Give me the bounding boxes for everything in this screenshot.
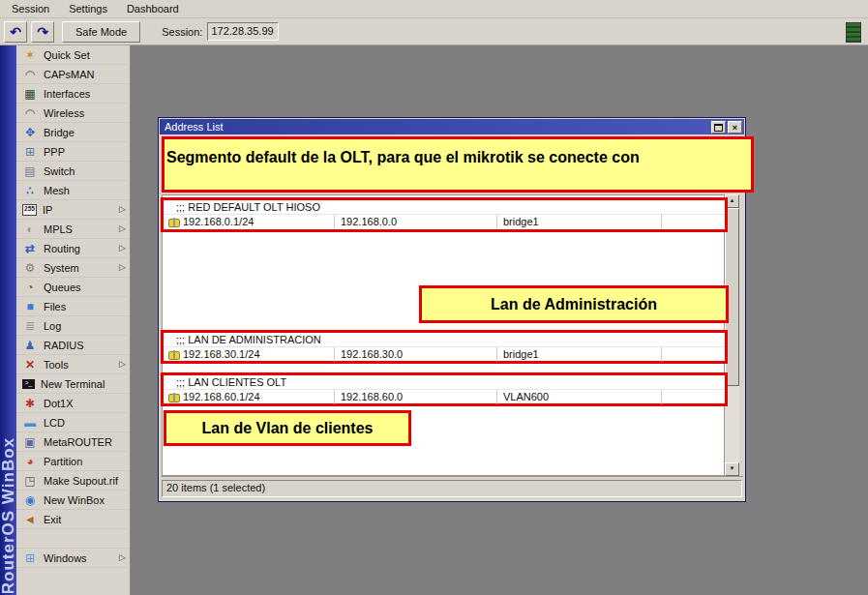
session-label: Session:: [162, 26, 202, 38]
wireless-icon: [22, 106, 38, 120]
address-flag-icon: [168, 351, 180, 360]
undo-icon[interactable]: [4, 21, 27, 43]
windows-icon: [22, 551, 38, 565]
metarouter-icon: [22, 435, 38, 449]
annotation-callout-olt-default: Segmento default de la OLT, para que el …: [162, 136, 754, 193]
log-icon: [22, 319, 38, 333]
sidebar-item-label: CAPsMAN: [44, 69, 95, 80]
sidebar-item-ip[interactable]: IP: [16, 200, 130, 220]
sidebar-item-make-supout-rif[interactable]: Make Supout.rif: [16, 471, 130, 491]
files-icon: [22, 300, 38, 313]
address-list-window: Address List ;;; RED DEFAULT OLT HIOSO 1…: [158, 117, 746, 502]
redo-icon[interactable]: [31, 21, 54, 43]
make-supout-icon: [22, 474, 38, 488]
sidebar-item-mesh[interactable]: Mesh: [16, 181, 130, 200]
address-flag-icon: [168, 394, 180, 402]
comment-row[interactable]: ;;; LAN CLIENTES OLT: [164, 375, 725, 390]
sidebar-item-label: Interfaces: [44, 88, 90, 100]
address-row[interactable]: 192.168.30.1/24 192.168.30.0 bridge1: [164, 347, 725, 362]
sidebar-item-label: LCD: [44, 417, 65, 429]
sidebar-item-label: Make Supout.rif: [44, 475, 118, 487]
address-row[interactable]: 192.168.0.1/24 192.168.0.0 bridge1: [164, 215, 725, 229]
sidebar-item-exit[interactable]: Exit: [16, 510, 130, 529]
status-bar: 20 items (1 selected): [161, 476, 743, 499]
close-icon[interactable]: [728, 121, 742, 134]
sidebar-item-partition[interactable]: Partition: [16, 452, 130, 471]
sidebar-item-metarouter[interactable]: MetaROUTER: [16, 432, 130, 452]
switch-icon: [22, 164, 38, 178]
sidebar-item-label: MPLS: [44, 223, 73, 235]
quick-set-icon: [22, 48, 38, 62]
mesh-icon: [22, 184, 38, 197]
interfaces-icon: [22, 87, 38, 101]
sidebar-item-windows[interactable]: Windows: [16, 549, 130, 568]
sidebar-item-new-winbox[interactable]: New WinBox: [16, 491, 130, 510]
sidebar-item-bridge[interactable]: Bridge: [16, 123, 130, 142]
annotation-callout-admin-lan: Lan de Administración: [419, 285, 729, 323]
address-flag-icon: [168, 219, 180, 227]
ppp-icon: [22, 145, 38, 159]
safe-mode-button[interactable]: Safe Mode: [62, 21, 140, 43]
menu-item-dashboard[interactable]: Dashboard: [117, 1, 189, 17]
sidebar-item-ppp[interactable]: PPP: [16, 142, 130, 162]
sidebar-item-routing[interactable]: Routing: [16, 239, 130, 258]
sidebar-item-wireless[interactable]: Wireless: [16, 104, 130, 123]
winbox-app: Session Settings Dashboard Safe Mode Ses…: [0, 0, 868, 595]
sidebar-item-label: Files: [44, 301, 66, 312]
capsman-icon: [22, 68, 38, 81]
maximize-icon[interactable]: [711, 121, 726, 134]
address-row[interactable]: 192.168.60.1/24 192.168.60.0 VLAN600: [164, 390, 725, 404]
mpls-icon: [22, 223, 38, 236]
new-winbox-icon: [22, 493, 38, 507]
dot1x-icon: [22, 397, 38, 410]
sidebar-item-label: Queues: [44, 282, 81, 293]
sidebar-item-tools[interactable]: Tools: [16, 355, 130, 374]
sidebar-item-label: Partition: [44, 456, 82, 467]
sidebar-item-queues[interactable]: Queues: [16, 278, 130, 297]
sidebar-item-label: Routing: [44, 243, 80, 254]
sidebar-item-switch[interactable]: Switch: [16, 162, 130, 181]
sidebar-item-log[interactable]: Log: [16, 316, 130, 336]
menu-item-session[interactable]: Session: [2, 1, 59, 17]
sidebar-item-interfaces[interactable]: Interfaces: [16, 84, 130, 104]
sidebar-item-label: RADIUS: [44, 340, 84, 351]
sidebar-item-system[interactable]: System: [16, 258, 130, 278]
submenu-arrow-icon: [119, 224, 126, 233]
sidebar-item-label: Windows: [44, 552, 87, 564]
sidebar-item-label: Log: [44, 320, 61, 332]
queues-icon: [22, 281, 38, 294]
sidebar-item-label: IP: [43, 204, 52, 216]
sidebar-item-radius[interactable]: RADIUS: [16, 336, 130, 355]
submenu-arrow-icon: [119, 244, 126, 253]
session-address-field[interactable]: 172.28.35.99: [207, 22, 279, 41]
address-group: ;;; RED DEFAULT OLT HIOSO 192.168.0.1/24…: [161, 197, 728, 232]
sidebar-item-label: New WinBox: [44, 494, 105, 506]
sidebar-item-label: PPP: [44, 146, 65, 158]
radius-icon: [22, 339, 38, 352]
sidebar-item-label: Dot1X: [44, 398, 74, 409]
window-titlebar[interactable]: Address List: [160, 119, 744, 134]
sidebar-spacer: [16, 529, 130, 549]
sidebar-item-files[interactable]: Files: [16, 297, 130, 316]
sidebar-item-lcd[interactable]: LCD: [16, 413, 130, 432]
sidebar-item-dot1x[interactable]: Dot1X: [16, 394, 130, 413]
comment-row[interactable]: ;;; RED DEFAULT OLT HIOSO: [164, 200, 725, 215]
sidebar-item-label: Mesh: [44, 185, 70, 196]
comment-row[interactable]: ;;; LAN DE ADMINISTRACION: [164, 333, 725, 347]
system-icon: [22, 261, 38, 275]
sidebar-item-mpls[interactable]: MPLS: [16, 220, 130, 239]
tools-icon: [22, 358, 38, 372]
bridge-icon: [22, 126, 38, 139]
submenu-arrow-icon: [119, 263, 126, 272]
scroll-down-icon[interactable]: [725, 462, 739, 476]
sidebar-item-label: Exit: [44, 514, 61, 525]
toolbar: Safe Mode Session: 172.28.35.99: [0, 18, 868, 45]
sidebar-item-quick-set[interactable]: Quick Set: [16, 45, 130, 65]
sidebar-item-capsman[interactable]: CAPsMAN: [16, 65, 130, 84]
address-group: ;;; LAN CLIENTES OLT 192.168.60.1/24 192…: [161, 372, 728, 406]
address-group: ;;; LAN DE ADMINISTRACION 192.168.30.1/2…: [161, 330, 728, 364]
brand-strip: RouterOS WinBox: [0, 45, 16, 595]
sidebar-item-new-terminal[interactable]: New Terminal: [16, 374, 130, 394]
menu-item-settings[interactable]: Settings: [59, 1, 117, 17]
traffic-indicator-icon: [846, 22, 861, 43]
